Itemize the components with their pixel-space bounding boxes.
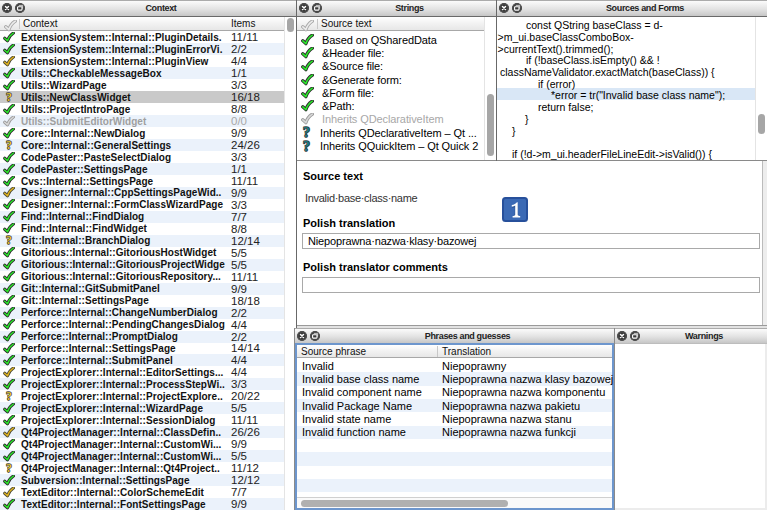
svg-text:?: ? bbox=[6, 391, 12, 402]
svg-text:?: ? bbox=[303, 140, 310, 153]
svg-text:?: ? bbox=[6, 463, 12, 474]
svg-text:?: ? bbox=[6, 235, 12, 246]
svg-text:?: ? bbox=[6, 140, 12, 151]
svg-text:?: ? bbox=[303, 126, 310, 139]
svg-text:?: ? bbox=[6, 92, 12, 103]
